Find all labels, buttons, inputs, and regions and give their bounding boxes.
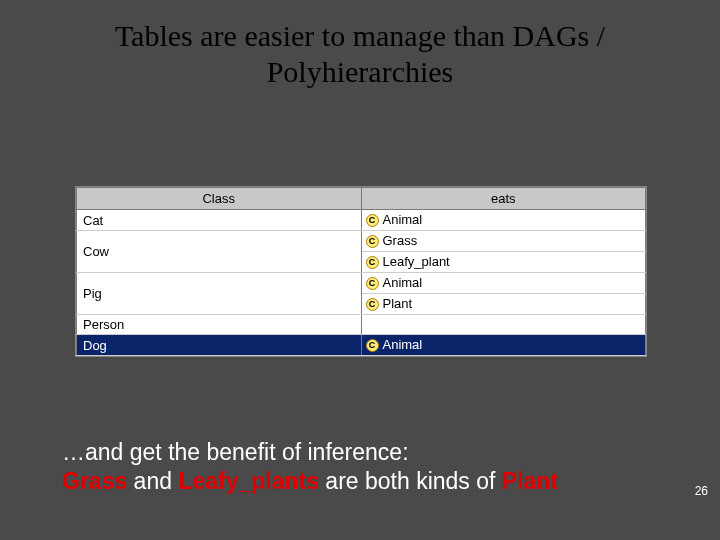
class-icon: C [366, 235, 379, 248]
footer-mid: are both kinds of [319, 468, 502, 494]
eats-value: Animal [383, 337, 423, 353]
eats-value: Grass [383, 233, 418, 249]
footer-lead: …and get the benefit of inference: [62, 439, 409, 465]
eats-cell: C Grass [361, 231, 646, 252]
class-cell: Cow [77, 231, 362, 273]
class-cell: Dog [77, 335, 362, 356]
class-icon: C [366, 214, 379, 227]
table-row[interactable]: Dog C Animal [77, 335, 646, 356]
table-row[interactable]: Cat C Animal [77, 210, 646, 231]
class-icon: C [366, 298, 379, 311]
class-icon: C [366, 256, 379, 269]
table-row[interactable]: Person [77, 315, 646, 335]
title-line-1: Tables are easier to manage than DAGs / [115, 19, 605, 52]
table-row[interactable]: Cow C Grass [77, 231, 646, 252]
footer-leafy: Leafy_plants [178, 468, 319, 494]
page-number: 26 [695, 484, 708, 498]
footer-text: …and get the benefit of inference: Grass… [62, 438, 690, 496]
eats-cell: C Animal [361, 210, 646, 231]
class-cell: Cat [77, 210, 362, 231]
slide-title: Tables are easier to manage than DAGs / … [0, 0, 720, 90]
class-icon: C [366, 339, 379, 352]
eats-cell: C Animal [361, 273, 646, 294]
eats-cell: C Animal [361, 335, 646, 356]
footer-and: and [127, 468, 178, 494]
footer-plant: Plant [502, 468, 558, 494]
eats-value: Leafy_plant [383, 254, 450, 270]
eats-cell: C Leafy_plant [361, 252, 646, 273]
title-line-2: Polyhierarchies [267, 55, 454, 88]
footer-grass: Grass [62, 468, 127, 494]
class-cell: Person [77, 315, 362, 335]
eats-cell: C Plant [361, 294, 646, 315]
column-header-eats[interactable]: eats [361, 188, 646, 210]
class-icon: C [366, 277, 379, 290]
eats-value: Animal [383, 275, 423, 291]
table-row[interactable]: Pig C Animal [77, 273, 646, 294]
column-header-class[interactable]: Class [77, 188, 362, 210]
eats-value: Plant [383, 296, 413, 312]
eats-value: Animal [383, 212, 423, 228]
class-cell: Pig [77, 273, 362, 315]
eats-cell [361, 315, 646, 335]
class-eats-table: Class eats Cat C Animal Co [75, 186, 647, 357]
